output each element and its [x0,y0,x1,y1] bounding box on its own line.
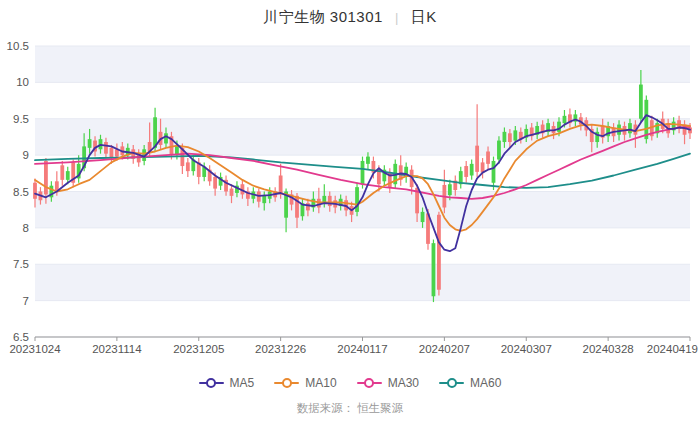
candle [432,240,436,303]
candle-body [486,151,490,163]
candle-body [213,177,217,189]
candle [470,159,474,179]
period-label: 日K [411,8,437,25]
candle [399,155,403,186]
candle [208,165,212,185]
legend: MA5MA10MA30MA60 [0,375,700,391]
candle-body [279,175,283,194]
candle-body [470,164,474,176]
legend-item-label: MA10 [305,376,336,390]
candle-body [503,132,507,142]
x-axis-label: 20231024 [9,343,61,355]
candle-body [639,85,643,119]
candle-body [262,196,266,203]
background-band [35,46,690,82]
legend-item-ma30[interactable]: MA30 [357,376,419,390]
legend-item-ma10[interactable]: MA10 [274,376,336,390]
candle-body [33,183,37,199]
x-axis-label: 20240328 [583,343,634,355]
candle-body [421,212,425,222]
candle-body [464,166,468,177]
background-band [35,264,690,300]
x-axis-label: 20231114 [92,343,142,355]
chart-header: 川宁生物 301301|日K [0,8,700,27]
candle-body [644,100,648,139]
y-axis-label: 8.5 [13,186,29,198]
y-axis-label: 7 [23,295,29,307]
y-axis-label: 8 [23,222,29,234]
candle-body [186,162,190,171]
candle-body [328,196,332,206]
candle [355,183,359,216]
ma30-legend-icon [357,377,382,389]
candle-body [448,184,452,195]
ma10-legend-icon [274,377,299,389]
legend-item-label: MA60 [470,376,501,390]
x-axis-label: 20231226 [255,343,306,355]
candle-body [164,133,168,143]
candle-body [104,142,108,154]
data-source-text: 数据来源： 恒生聚源 [297,402,404,414]
candle-body [508,133,512,142]
ma60-legend-icon [439,377,464,389]
candle [219,173,223,190]
candle-body [88,139,92,148]
candle-body [563,116,567,123]
legend-item-ma5[interactable]: MA5 [199,376,255,390]
candle-body [628,123,632,133]
ma5-legend-icon [199,377,224,389]
candle [481,158,485,178]
candle [459,167,463,189]
candle-body [60,165,64,180]
legend-item-label: MA30 [388,376,419,390]
x-axis: 2023102420231114202312052023122620240117… [9,337,698,355]
x-axis-label: 20240307 [501,343,552,355]
candle [186,158,190,177]
candle [404,162,408,182]
candle-body [497,141,501,160]
y-axis-label: 10 [16,76,29,88]
candle-body [230,189,234,196]
candle [71,159,75,187]
legend-item-label: MA5 [230,376,255,390]
x-axis-label: 20231205 [173,343,224,355]
candle-body [513,130,517,140]
candle-body [492,161,496,183]
candle-body [361,161,365,184]
x-axis-label: 20240207 [419,343,470,355]
candle [437,212,441,296]
y-axis-label: 9 [23,149,29,161]
candle [644,95,648,143]
candle-body [66,171,70,180]
candle-body [437,215,441,290]
y-axis-label: 6.5 [13,331,29,343]
legend-item-ma60[interactable]: MA60 [439,376,501,390]
data-source: 数据来源： 恒生聚源 [0,401,700,416]
candle-body [366,157,370,164]
x-axis-label: 20240419 [647,343,698,355]
title-separator: | [395,10,399,25]
stock-title: 川宁生物 301301 [263,8,383,25]
candle [442,170,446,214]
candle-body [55,181,59,190]
y-axis-label: 9.5 [13,113,29,125]
candle [382,165,386,185]
x-axis-label: 20240117 [337,343,387,355]
candle [464,161,468,183]
candle-body [432,243,436,296]
candle-body [44,161,48,194]
y-axis-label: 7.5 [13,258,29,270]
y-axis-label: 10.5 [7,40,29,52]
kline-chart: 10.5109.598.587.576.52023102420231114202… [0,0,700,370]
candle-body [475,146,479,172]
candle [60,161,64,186]
candle-body [110,148,114,158]
